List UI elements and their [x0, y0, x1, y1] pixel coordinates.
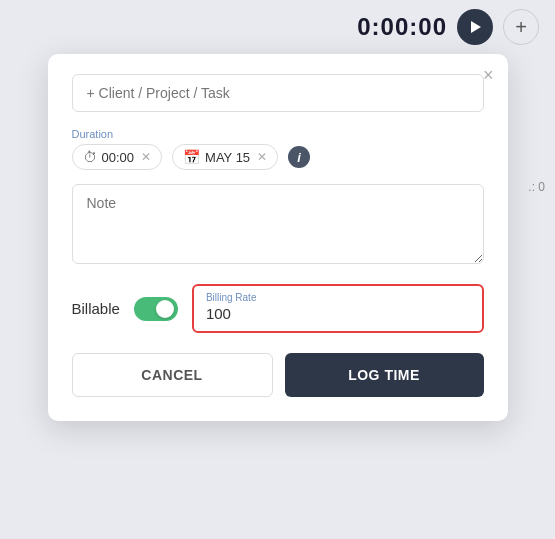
calendar-icon: 📅 [183, 149, 200, 165]
toggle-slider [134, 297, 178, 321]
modal: × Duration ⏱ 00:00 ✕ 📅 MAY 15 ✕ i Billab… [48, 54, 508, 421]
time-chip[interactable]: ⏱ 00:00 ✕ [72, 144, 163, 170]
billing-rate-input[interactable] [206, 305, 470, 322]
timer-display: 0:00:00 [357, 13, 447, 41]
billable-row: Billable Billing Rate [72, 284, 484, 333]
close-button[interactable]: × [483, 66, 494, 84]
duration-section: Duration ⏱ 00:00 ✕ 📅 MAY 15 ✕ i [72, 128, 484, 170]
side-note: .: 0 [528, 180, 545, 194]
billable-label: Billable [72, 300, 120, 317]
billing-rate-label: Billing Rate [206, 292, 470, 303]
note-input[interactable] [72, 184, 484, 264]
buttons-row: CANCEL LOG TIME [72, 353, 484, 397]
time-chip-close[interactable]: ✕ [141, 150, 151, 164]
svg-marker-0 [471, 21, 481, 33]
date-chip-close[interactable]: ✕ [257, 150, 267, 164]
top-bar: 0:00:00 + [0, 0, 555, 54]
log-time-button[interactable]: LOG TIME [285, 353, 484, 397]
info-icon[interactable]: i [288, 146, 310, 168]
clock-icon: ⏱ [83, 149, 97, 165]
cancel-button[interactable]: CANCEL [72, 353, 273, 397]
add-button[interactable]: + [503, 9, 539, 45]
duration-label: Duration [72, 128, 484, 140]
billing-rate-box: Billing Rate [192, 284, 484, 333]
client-project-task-input[interactable] [72, 74, 484, 112]
date-chip[interactable]: 📅 MAY 15 ✕ [172, 144, 278, 170]
play-button[interactable] [457, 9, 493, 45]
date-value: MAY 15 [205, 150, 250, 165]
duration-row: ⏱ 00:00 ✕ 📅 MAY 15 ✕ i [72, 144, 484, 170]
time-value: 00:00 [102, 150, 135, 165]
billable-toggle[interactable] [134, 297, 178, 321]
